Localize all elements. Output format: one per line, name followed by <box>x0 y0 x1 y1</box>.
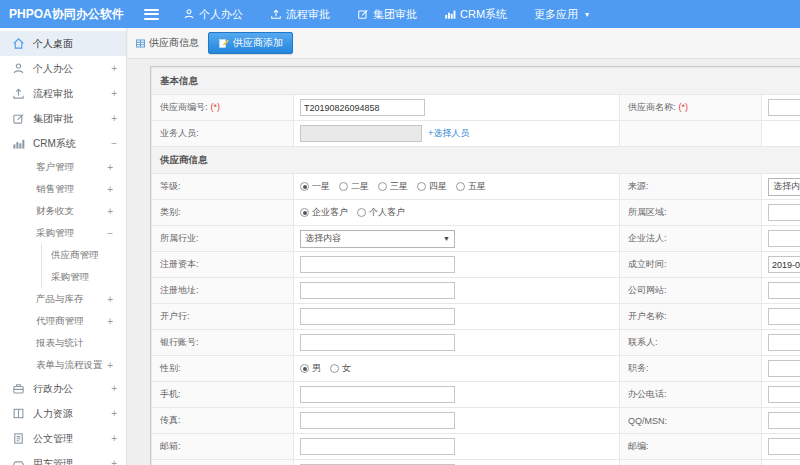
text-input[interactable] <box>768 386 800 403</box>
field-label-cell: 邮箱: <box>152 434 294 460</box>
radio-option[interactable]: 女 <box>330 362 351 375</box>
sidebar-item[interactable]: 代理商管理+ <box>0 310 126 332</box>
field-label: 成立时间: <box>628 259 667 269</box>
field-label: 类别: <box>160 207 181 217</box>
form-field-row: 开户行:开户名称: <box>152 304 800 330</box>
navbar-item-5[interactable]: 更多应用▾ <box>534 7 589 22</box>
sidebar-item[interactable]: 用车管理+ <box>0 451 126 465</box>
sidebar-item[interactable]: CRM系统− <box>0 131 126 156</box>
sidebar-item[interactable]: 采购管理 <box>41 266 126 288</box>
sidebar-item[interactable]: 公文管理+ <box>0 426 126 451</box>
expand-icon[interactable]: + <box>107 162 113 173</box>
expand-icon[interactable]: + <box>111 113 117 124</box>
tab-supplier-add[interactable]: 供应商添加 <box>208 32 293 54</box>
expand-icon[interactable]: + <box>107 206 113 217</box>
sidebar-item[interactable]: 财务收支+ <box>0 200 126 222</box>
sidebar-item[interactable]: 采购管理− <box>0 222 126 244</box>
menu-toggle-icon[interactable] <box>144 6 159 22</box>
sidebar-item[interactable]: 集团审批+ <box>0 106 126 131</box>
expand-icon[interactable]: + <box>107 294 113 305</box>
sidebar-item-label: 个人桌面 <box>33 37 73 51</box>
field-input-cell <box>762 200 800 226</box>
radio-icon[interactable] <box>357 208 366 217</box>
radio-icon[interactable] <box>339 182 348 191</box>
text-input[interactable] <box>300 334 455 351</box>
sidebar-item[interactable]: 流程审批+ <box>0 81 126 106</box>
sidebar-item[interactable]: 销售管理+ <box>0 178 126 200</box>
tab-label: 供应商信息 <box>149 36 199 50</box>
text-input[interactable] <box>768 308 800 325</box>
sidebar-item[interactable]: 个人办公+ <box>0 56 126 81</box>
text-input[interactable] <box>768 230 800 247</box>
radio-option[interactable]: 三星 <box>378 180 408 193</box>
radio-icon[interactable] <box>330 364 339 373</box>
text-input[interactable] <box>768 204 800 221</box>
navbar-item-3[interactable]: 集团审批 <box>357 7 417 22</box>
chart-icon <box>12 137 25 150</box>
field-label: 联系人: <box>628 337 658 347</box>
radio-option[interactable]: 企业客户 <box>300 206 348 219</box>
collapse-icon[interactable]: − <box>111 138 117 149</box>
text-input[interactable] <box>300 386 455 403</box>
text-input[interactable] <box>768 360 800 377</box>
expand-icon[interactable]: + <box>111 433 117 444</box>
text-input[interactable] <box>300 125 422 142</box>
text-input[interactable] <box>300 438 455 455</box>
radio-label: 个人客户 <box>369 206 405 219</box>
radio-icon[interactable] <box>417 182 426 191</box>
sidebar-item-label: 人力资源 <box>33 407 73 421</box>
text-input[interactable] <box>768 282 800 299</box>
sidebar-item-label: 产品与库存 <box>36 293 84 306</box>
radio-option[interactable]: 个人客户 <box>357 206 405 219</box>
sidebar-item[interactable]: 报表与统计 <box>0 332 126 354</box>
expand-icon[interactable]: + <box>111 408 117 419</box>
tab-supplier-info[interactable]: 供应商信息 <box>135 36 199 50</box>
text-input[interactable] <box>300 282 455 299</box>
sidebar-item[interactable]: 表单与流程设置+ <box>0 354 126 376</box>
expand-icon[interactable]: + <box>111 458 117 465</box>
expand-icon[interactable]: + <box>111 88 117 99</box>
field-label-cell: 注册资本: <box>152 252 294 278</box>
sidebar-item-label: 采购管理 <box>36 227 74 240</box>
expand-icon[interactable]: + <box>111 63 117 74</box>
text-input[interactable] <box>768 334 800 351</box>
radio-selected-icon[interactable] <box>300 208 309 217</box>
navbar-item-2[interactable]: 流程审批 <box>270 7 330 22</box>
navbar-item-4[interactable]: CRM系统 <box>444 7 507 22</box>
sidebar-item[interactable]: 行政办公+ <box>0 376 126 401</box>
text-input[interactable] <box>768 412 800 429</box>
field-input-cell <box>762 95 800 121</box>
expand-icon[interactable]: + <box>107 184 113 195</box>
text-input[interactable] <box>768 256 800 273</box>
sidebar-item[interactable]: 客户管理+ <box>0 156 126 178</box>
text-input[interactable] <box>300 308 455 325</box>
radio-option[interactable]: 男 <box>300 362 321 375</box>
select-dropdown[interactable]: 选择内容▼ <box>768 178 800 196</box>
select-dropdown[interactable]: 选择内容▼ <box>300 230 455 248</box>
expand-icon[interactable]: + <box>107 360 113 371</box>
text-input[interactable] <box>300 99 425 116</box>
sidebar-item[interactable]: 个人桌面 <box>0 31 126 56</box>
radio-icon[interactable] <box>456 182 465 191</box>
text-input[interactable] <box>300 412 455 429</box>
expand-icon[interactable]: + <box>107 316 113 327</box>
radio-option[interactable]: 五星 <box>456 180 486 193</box>
navbar-item-1[interactable]: 个人办公 <box>183 7 243 22</box>
text-input[interactable] <box>768 438 800 455</box>
collapse-icon[interactable]: − <box>107 228 113 239</box>
sidebar-item[interactable]: 人力资源+ <box>0 401 126 426</box>
radio-option[interactable]: 一星 <box>300 180 330 193</box>
expand-icon[interactable]: + <box>111 383 117 394</box>
caret-down-icon: ▾ <box>585 10 589 19</box>
sidebar-item[interactable]: 供应商管理 <box>41 244 126 266</box>
select-person-link[interactable]: +选择人员 <box>428 128 469 138</box>
radio-option[interactable]: 四星 <box>417 180 447 193</box>
radio-selected-icon[interactable] <box>300 364 309 373</box>
field-label: 开户名称: <box>628 311 667 321</box>
sidebar-item[interactable]: 产品与库存+ <box>0 288 126 310</box>
text-input[interactable] <box>300 256 455 273</box>
radio-selected-icon[interactable] <box>300 182 309 191</box>
radio-option[interactable]: 二星 <box>339 180 369 193</box>
radio-icon[interactable] <box>378 182 387 191</box>
text-input[interactable] <box>768 99 800 116</box>
